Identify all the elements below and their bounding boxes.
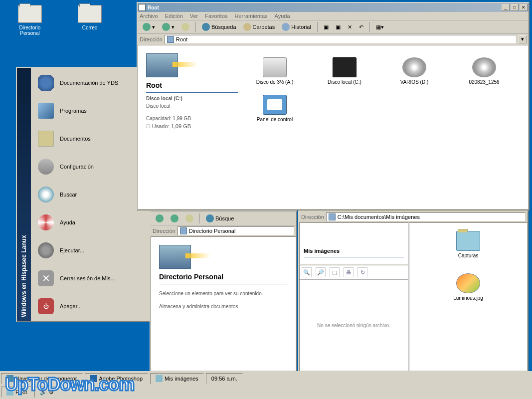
content-area: Directorio Personal Seleccione un elemen… (151, 236, 296, 371)
separator (369, 22, 370, 32)
doc-icon (38, 75, 54, 91)
start-item-search[interactable]: Buscar▸ (18, 181, 149, 208)
start-item-label: Cerrar sesión de Mis... (60, 275, 115, 281)
start-item-documentation[interactable]: Documentación de YDS (18, 69, 149, 97)
up-button[interactable] (178, 21, 192, 32)
folder-icon (78, 5, 102, 23)
copyto-button[interactable]: ▣ (333, 22, 344, 32)
file-grid: Capturas Luminous.jpg (409, 222, 528, 371)
control-panel[interactable]: Panel de control (250, 95, 300, 122)
drive-cd[interactable]: 020823_1256 (459, 57, 509, 85)
address-input[interactable]: Directorio Personal (177, 226, 294, 235)
views-button[interactable]: ▦▾ (373, 22, 387, 32)
menu-edit[interactable]: Edición (165, 13, 183, 19)
folders-button[interactable]: Carpetas (240, 21, 278, 32)
menu-help[interactable]: Ayuda (275, 13, 290, 19)
search-button[interactable]: Búsqueda (199, 21, 239, 32)
side-desc2: Almacena y administra documentos (159, 303, 288, 310)
floppy-icon (263, 57, 287, 77)
menu-tools[interactable]: Herramientas (235, 13, 268, 19)
item-label: VARIOS (D:) (400, 79, 428, 85)
system-tray[interactable]: 09:56 a.m. (206, 373, 243, 384)
toolbar: ▾ ▾ Búsqueda Carpetas Historial ▣ ▣ ✕ ↶ … (138, 20, 529, 34)
content-wrap: Mis imágenes 🔍 🔎 ▢ 🖶 ↻ No se seleccionó … (299, 222, 528, 371)
forward-button[interactable] (168, 213, 181, 224)
search-label: Búsque (215, 215, 234, 221)
address-input[interactable]: C:\Mis documentos\Mis imágenes (326, 212, 526, 221)
search-button[interactable]: Búsque (203, 213, 237, 224)
separator (317, 22, 318, 32)
cd-icon (472, 57, 496, 77)
history-button[interactable]: Historial (279, 21, 314, 32)
address-value: Root (176, 36, 187, 42)
moveto-button[interactable]: ▣ (321, 22, 332, 32)
start-item-help[interactable]: Ayuda (18, 208, 149, 236)
maximize-button[interactable]: □ (511, 4, 519, 11)
close-button[interactable]: ✕ (520, 4, 528, 11)
window-images: Dirección C:\Mis documentos\Mis imágenes… (298, 210, 529, 372)
start-item-logoff[interactable]: ✕Cerrar sesión de Mis... (18, 264, 149, 292)
side-panel: Root Disco local (C:) Disco local Capaci… (142, 49, 242, 205)
actual-size-button[interactable]: ▢ (330, 267, 340, 277)
menu-file[interactable]: Archivo (140, 13, 158, 19)
folders-icon (243, 23, 251, 31)
folder-icon (456, 231, 480, 251)
preview-toolbar: 🔍 🔎 ▢ 🖶 ↻ (300, 265, 408, 280)
minimize-button[interactable]: _ (502, 4, 510, 11)
location-icon (329, 213, 336, 220)
side-subtitle: Disco local (C:) (146, 96, 238, 101)
up-icon (181, 23, 189, 31)
menu-favorites[interactable]: Favoritos (205, 13, 227, 19)
documents-icon (38, 131, 54, 147)
toolbar: Búsque (151, 211, 296, 225)
address-dropdown[interactable]: ▾ (519, 35, 527, 43)
start-item-label: Documentación de YDS (60, 80, 118, 86)
file-luminous[interactable]: Luminous.jpg (443, 273, 493, 301)
undo-button[interactable]: ↶ (356, 22, 366, 32)
start-item-documents[interactable]: Documentos▸ (18, 125, 149, 153)
rotate-button[interactable]: ↻ (357, 267, 367, 277)
drive-varios[interactable]: VARIOS (D:) (389, 57, 439, 85)
address-input[interactable]: Root (165, 35, 517, 44)
desktop-icon-mail[interactable]: Correo (70, 5, 110, 36)
back-button[interactable] (153, 213, 167, 224)
titlebar[interactable]: Root _ □ ✕ (138, 3, 529, 12)
start-item-programs[interactable]: Programas▸ (18, 97, 149, 125)
back-button[interactable]: ▾ (140, 21, 158, 32)
side-title: Root (146, 81, 238, 89)
location-icon (180, 227, 187, 234)
separator (199, 213, 200, 223)
shutdown-icon: ⏻ (38, 298, 54, 314)
desktop-icon-personal[interactable]: Directorio Personal (10, 5, 50, 36)
task-images[interactable]: Mis imágenes (150, 373, 204, 384)
drive-hdd[interactable]: Disco local (C:) (320, 57, 369, 85)
watermark: UpToDown.com (5, 374, 134, 395)
file-grid: Disco de 3½ (A:) Disco local (C:) VARIOS… (242, 49, 524, 205)
address-label: Dirección (140, 36, 163, 42)
menu-view[interactable]: Ver (190, 13, 198, 19)
side-panel: Directorio Personal Seleccione un elemen… (155, 241, 292, 367)
window-title: Root (148, 5, 501, 10)
zoom-in-button[interactable]: 🔍 (302, 267, 312, 277)
drive-floppy[interactable]: Disco de 3½ (A:) (250, 57, 300, 85)
control-panel-icon (263, 95, 287, 115)
addressbar: Dirección C:\Mis documentos\Mis imágenes (299, 211, 528, 222)
print-button[interactable]: 🖶 (344, 267, 354, 277)
back-icon (143, 23, 151, 31)
side-subtitle2: Disco local (146, 103, 238, 109)
forward-icon (171, 214, 178, 222)
forward-icon (162, 23, 170, 31)
logoff-icon: ✕ (38, 270, 54, 286)
folder-captures[interactable]: Capturas (443, 231, 493, 258)
item-label: 020823_1256 (469, 79, 499, 85)
preview-area: No se seleccionó ningún archivo. (300, 280, 408, 371)
delete-button[interactable]: ✕ (345, 22, 355, 32)
start-item-settings[interactable]: Configuración▸ (18, 153, 149, 181)
up-button[interactable] (182, 213, 196, 224)
forward-button[interactable]: ▾ (159, 21, 177, 32)
back-icon (156, 214, 164, 222)
zoom-out-button[interactable]: 🔎 (316, 267, 326, 277)
addressbar: Dirección Directorio Personal (151, 225, 296, 236)
start-item-run[interactable]: Ejecutar... (18, 236, 149, 264)
start-item-shutdown[interactable]: ⏻Apagar... (18, 292, 149, 320)
